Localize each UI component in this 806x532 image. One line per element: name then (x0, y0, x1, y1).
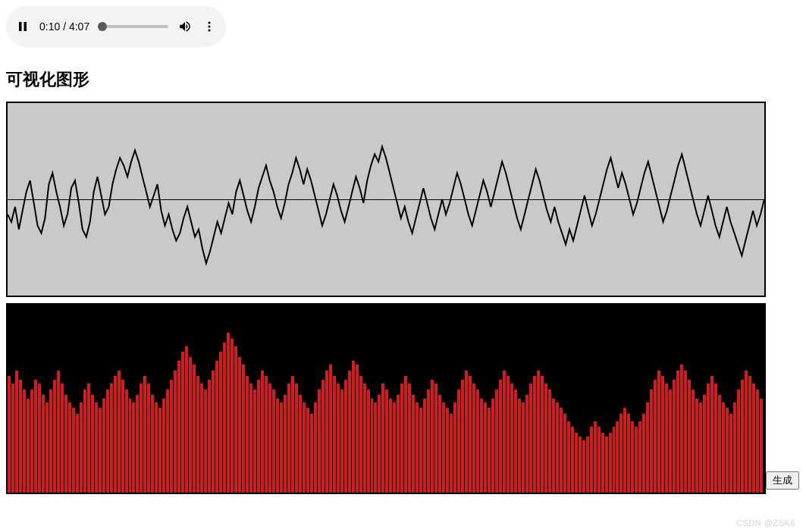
progress-slider[interactable] (99, 25, 168, 28)
section-title: 可视化图形 (6, 68, 800, 91)
audio-player[interactable]: 0:10 / 4:07 (6, 6, 226, 47)
spectrum-bar (185, 346, 188, 493)
total-time: 4:07 (69, 20, 89, 33)
spectrum-bar (231, 339, 234, 493)
svg-rect-0 (19, 22, 22, 31)
spectrum-bars (8, 305, 764, 493)
svg-point-2 (208, 21, 210, 23)
svg-point-4 (208, 29, 210, 31)
generate-button[interactable]: 生成 (766, 471, 799, 490)
progress-thumb[interactable] (98, 22, 107, 31)
pause-icon[interactable] (15, 19, 30, 34)
waveform-svg (8, 103, 764, 296)
svg-rect-1 (24, 22, 27, 31)
spectrum-bar (234, 346, 237, 493)
spectrum-bar (223, 343, 226, 493)
svg-point-3 (208, 25, 210, 27)
time-display: 0:10 / 4:07 (39, 20, 89, 33)
current-time: 0:10 (39, 20, 60, 33)
visualization-container (6, 102, 800, 494)
waveform-panel (6, 102, 766, 297)
more-icon[interactable] (202, 19, 217, 34)
volume-icon[interactable] (177, 19, 193, 34)
spectrum-bar (227, 333, 230, 493)
spectrum-panel (6, 303, 766, 494)
